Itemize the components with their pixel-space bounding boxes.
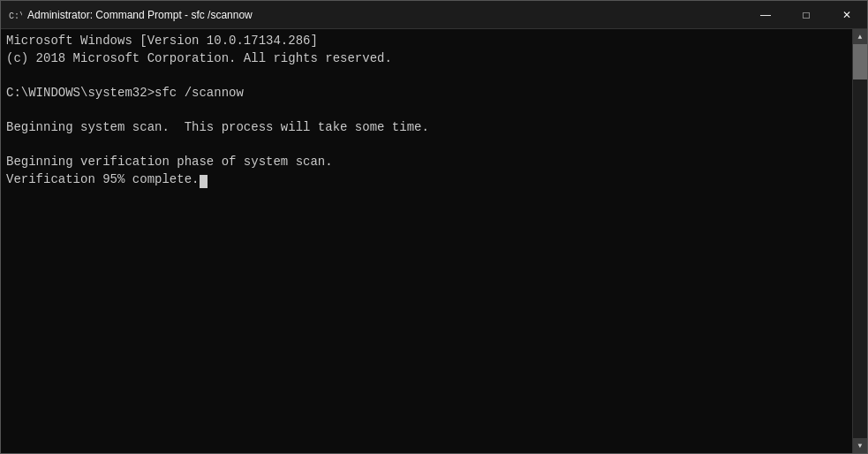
- title-bar-controls: — □ ✕: [745, 1, 867, 29]
- minimize-button[interactable]: —: [745, 1, 786, 29]
- window: C:\ Administrator: Command Prompt - sfc …: [0, 0, 868, 454]
- svg-text:C:\: C:\: [9, 11, 22, 21]
- title-bar: C:\ Administrator: Command Prompt - sfc …: [1, 1, 867, 29]
- scrollbar[interactable]: ▲ ▼: [852, 29, 867, 453]
- scroll-up-button[interactable]: ▲: [853, 29, 868, 44]
- close-button[interactable]: ✕: [826, 1, 867, 29]
- maximize-button[interactable]: □: [786, 1, 826, 29]
- console-area: Microsoft Windows [Version 10.0.17134.28…: [1, 29, 867, 453]
- scroll-down-button[interactable]: ▼: [853, 438, 868, 453]
- cursor: [200, 175, 208, 188]
- scrollbar-track[interactable]: [853, 44, 867, 438]
- window-title: Administrator: Command Prompt - sfc /sca…: [27, 9, 253, 21]
- cmd-icon: C:\: [8, 8, 22, 22]
- scrollbar-thumb[interactable]: [853, 44, 867, 79]
- console-output[interactable]: Microsoft Windows [Version 10.0.17134.28…: [1, 29, 852, 453]
- title-bar-left: C:\ Administrator: Command Prompt - sfc …: [8, 8, 253, 22]
